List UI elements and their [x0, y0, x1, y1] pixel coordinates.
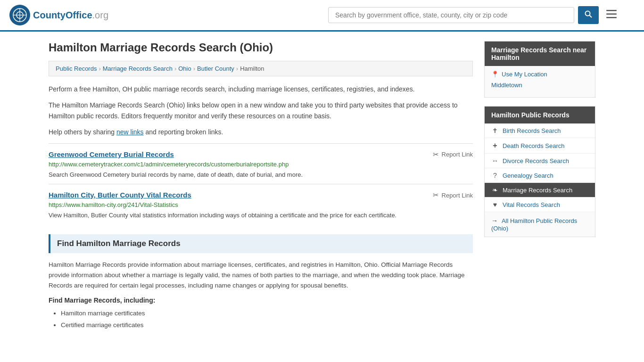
record-title-1[interactable]: Greenwood Cemetery Burial Records — [49, 150, 174, 158]
breadcrumb-hamilton: Hamilton — [240, 65, 264, 72]
genealogy-icon: ? — [491, 172, 499, 179]
breadcrumb-butler-county[interactable]: Butler County — [197, 65, 234, 72]
record-url-2: https://www.hamilton-city.org/241/Vital-… — [49, 201, 473, 208]
bullet-item-2: Certified marriage certificates — [61, 320, 473, 331]
sidebar: Marriage Records Search near Hamilton 📍 … — [484, 41, 595, 331]
breadcrumb: Public Records › Marriage Records Search… — [49, 61, 473, 76]
report-link-btn-1[interactable]: ✂ Report Link — [433, 150, 473, 159]
death-icon: + — [491, 141, 499, 150]
death-records-link[interactable]: Death Records Search — [503, 142, 565, 149]
genealogy-link[interactable]: Genealogy Search — [503, 172, 553, 179]
new-links-link[interactable]: new links — [116, 128, 144, 136]
report-link-btn-2[interactable]: ✂ Report Link — [433, 191, 473, 199]
search-button[interactable] — [578, 6, 599, 24]
search-input[interactable] — [328, 7, 574, 23]
intro-text-1: Perform a free Hamilton, OH public marri… — [49, 84, 473, 94]
marriage-records-link[interactable]: Marriage Records Search — [503, 187, 572, 194]
find-info-text: Hamilton Marriage Records provide inform… — [49, 260, 473, 291]
sidebar-all-records: → All Hamilton Public Records (Ohio) — [485, 212, 595, 237]
use-my-location-link[interactable]: Use My Location — [502, 71, 547, 78]
breadcrumb-sep-3: › — [193, 65, 195, 72]
birth-icon: ✝ — [491, 127, 499, 134]
report-label-1: Report Link — [442, 151, 473, 158]
breadcrumb-marriage-records[interactable]: Marriage Records Search — [103, 65, 173, 72]
sidebar-nav-divorce[interactable]: ↔ Divorce Records Search — [485, 154, 595, 168]
report-label-2: Report Link — [442, 192, 473, 199]
svg-line-5 — [590, 16, 592, 18]
logo-icon — [9, 5, 30, 25]
svg-rect-8 — [606, 17, 617, 18]
record-desc-2: View Hamilton, Butler County vital stati… — [49, 211, 473, 220]
intro-text-2: The Hamilton Marriage Records Search (Oh… — [49, 100, 473, 121]
sidebar-nav-genealogy[interactable]: ? Genealogy Search — [485, 168, 595, 183]
record-header-1: Greenwood Cemetery Burial Records ✂ Repo… — [49, 150, 473, 159]
sidebar-nav-birth[interactable]: ✝ Birth Records Search — [485, 123, 595, 138]
all-records-link[interactable]: All Hamilton Public Records (Ohio) — [491, 217, 577, 232]
svg-rect-7 — [606, 14, 617, 15]
marriage-icon: ❧ — [491, 186, 499, 194]
vital-icon: ♥ — [491, 201, 499, 208]
breadcrumb-sep-4: › — [236, 65, 238, 72]
arrow-icon: → — [491, 217, 498, 224]
sidebar-box-1-header: Marriage Records Search near Hamilton — [485, 41, 595, 66]
logo-area: CountyOffice.org — [9, 5, 108, 25]
find-subheader: Find Marriage Records, including: — [49, 296, 473, 304]
intro-3-start: Help others by sharing — [49, 128, 115, 136]
record-url-1: http://www.cemeterytracker.com/c1/admin/… — [49, 161, 473, 168]
sidebar-box-1: Marriage Records Search near Hamilton 📍 … — [484, 41, 595, 98]
find-section-header: Find Hamilton Marriage Records — [49, 234, 473, 253]
sidebar-nav-vital[interactable]: ♥ Vital Records Search — [485, 197, 595, 212]
sidebar-box-1-content: 📍 Use My Location Middletown — [485, 66, 595, 97]
breadcrumb-ohio[interactable]: Ohio — [178, 65, 191, 72]
bullet-item-1: Hamilton marriage certificates — [61, 308, 473, 319]
content-area: Hamilton Marriage Records Search (Ohio) … — [49, 41, 473, 331]
svg-rect-6 — [606, 10, 617, 11]
logo-suffix: .org — [92, 10, 108, 20]
menu-button[interactable] — [603, 7, 620, 23]
record-header-2: Hamilton City, Butler County Vital Recor… — [49, 191, 473, 199]
scissors-icon-1: ✂ — [433, 150, 439, 159]
intro-3-end: and reporting broken links. — [145, 128, 223, 136]
divorce-records-link[interactable]: Divorce Records Search — [503, 157, 569, 165]
header: CountyOffice.org — [0, 0, 644, 32]
search-bar-area — [328, 6, 620, 24]
birth-records-link[interactable]: Birth Records Search — [503, 127, 561, 134]
middletown-link[interactable]: Middletown — [491, 82, 522, 89]
sidebar-nav-death[interactable]: + Death Records Search — [485, 138, 595, 154]
svg-point-4 — [586, 11, 590, 16]
breadcrumb-sep-2: › — [174, 65, 176, 72]
logo-brand: CountyOffice — [33, 10, 92, 20]
bullet-list: Hamilton marriage certificates Certified… — [61, 308, 473, 331]
middletown-item: Middletown — [491, 82, 588, 89]
record-desc-1: Search Greenwood Cemetery burial records… — [49, 170, 473, 180]
vital-records-link[interactable]: Vital Records Search — [503, 201, 560, 208]
logo-text: CountyOffice.org — [33, 10, 108, 21]
sidebar-box-2: Hamilton Public Records ✝ Birth Records … — [484, 106, 595, 237]
divorce-icon: ↔ — [491, 157, 499, 165]
record-block-1: Greenwood Cemetery Burial Records ✂ Repo… — [49, 143, 473, 184]
scissors-icon-2: ✂ — [433, 191, 439, 199]
breadcrumb-sep-1: › — [99, 65, 100, 72]
sidebar-nav-marriage[interactable]: ❧ Marriage Records Search — [485, 183, 595, 197]
intro-text-3: Help others by sharing new links and rep… — [49, 127, 473, 137]
page-title: Hamilton Marriage Records Search (Ohio) — [49, 41, 473, 54]
use-my-location-item: 📍 Use My Location — [491, 71, 588, 78]
record-block-2: Hamilton City, Butler County Vital Recor… — [49, 184, 473, 225]
main-container: Hamilton Marriage Records Search (Ohio) … — [39, 32, 605, 340]
record-title-2[interactable]: Hamilton City, Butler County Vital Recor… — [49, 191, 191, 199]
breadcrumb-public-records[interactable]: Public Records — [56, 65, 97, 72]
location-pin-icon: 📍 — [491, 71, 499, 78]
sidebar-box-2-header: Hamilton Public Records — [485, 107, 595, 123]
